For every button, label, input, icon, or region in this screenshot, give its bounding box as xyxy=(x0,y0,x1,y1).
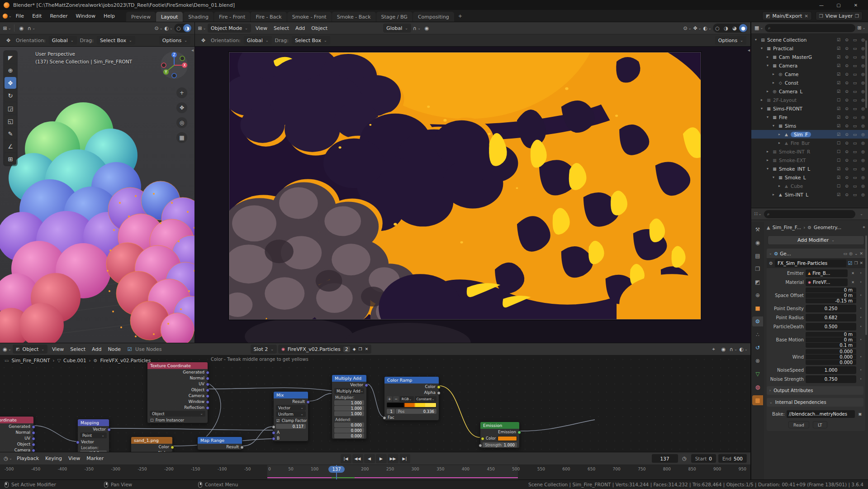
base-motion-x-field[interactable]: 0 m xyxy=(806,332,856,337)
unlink-icon[interactable]: ✕ xyxy=(859,261,863,265)
clock-icon[interactable]: ◷ xyxy=(680,454,689,463)
node-editor-menu[interactable]: Select xyxy=(67,345,89,354)
outliner-item[interactable]: ▾ ▦ Practical ☑ ⊙ ▭ ◎ xyxy=(751,44,868,53)
from-instancer-checkbox[interactable]: ☐From Instancer xyxy=(147,417,208,423)
node-header[interactable]: Mix xyxy=(274,392,308,398)
input-attribute-toggle-icon[interactable]: • xyxy=(858,338,863,342)
filter-icon[interactable]: ⊞⌄ xyxy=(857,24,866,33)
input-attribute-toggle-icon[interactable]: • xyxy=(858,325,863,329)
selectable-checkbox[interactable]: ☑ xyxy=(835,89,842,94)
node-image-texture[interactable]: sand_1.png Color Alpha xyxy=(131,436,173,452)
wireframe-shading-button[interactable]: ○ xyxy=(713,24,721,32)
properties-tab[interactable]: ▩ xyxy=(752,395,763,405)
disclosure-triangle-icon[interactable]: ▸ xyxy=(777,132,782,136)
mix-factor-mode-dropdown[interactable]: Uniform⌄ xyxy=(276,411,306,417)
space-offset-y-field[interactable]: 0 m xyxy=(806,293,856,298)
outliner-item[interactable]: ▾ ▦ Smoke_INT_L ☑ ⊙ ▭ ◎ xyxy=(751,164,868,173)
node-mix[interactable]: Mix Result Vector⌄ Uniform⌄ ☑Clamp Facto… xyxy=(273,391,308,441)
breadcrumb-item[interactable]: Sim_Fire_FRONT xyxy=(11,358,50,363)
hide-eye-icon[interactable]: ⊙ xyxy=(844,106,850,111)
editor-type-button[interactable]: ▦⌄ xyxy=(754,24,763,33)
properties-tab[interactable]: ⊗ xyxy=(752,356,763,366)
workspace-tab[interactable]: Fire - Back xyxy=(251,12,286,22)
start-frame-field[interactable]: Start0 xyxy=(691,454,716,463)
disable-viewport-icon[interactable]: ▭ xyxy=(852,89,858,94)
end-frame-field[interactable]: End500 xyxy=(718,454,747,463)
node-map-range[interactable]: Map Range Result xyxy=(197,436,242,450)
timeline-ruler[interactable]: -500-450-400-350-300-250-200-150-100-500… xyxy=(0,465,751,479)
particle-death-field[interactable]: 0.500 xyxy=(806,323,856,331)
pin-icon[interactable]: ⌖ xyxy=(863,225,865,230)
transport-button[interactable]: ◀ xyxy=(364,454,375,463)
emission-strength-field[interactable]: Strength 1.000 xyxy=(483,442,517,447)
wind-x-field[interactable]: 0.000 xyxy=(806,349,856,354)
emission-color-swatch[interactable] xyxy=(498,436,517,441)
scene-unlink-icon[interactable]: ✕ xyxy=(804,14,808,19)
overlays-toggle-icon[interactable]: ◐⌄ xyxy=(703,24,711,33)
new-material-icon[interactable]: ❐ xyxy=(359,347,362,351)
disable-viewport-icon[interactable]: ▭ xyxy=(852,106,858,111)
users-count-badge[interactable]: 2 xyxy=(343,346,350,352)
snap-magnet-icon[interactable]: ∩⌄ xyxy=(729,345,738,354)
disable-viewport-icon[interactable]: ▭ xyxy=(852,141,858,145)
viewport-tool-button[interactable]: ✎ xyxy=(5,128,16,139)
viewport-menu[interactable]: View xyxy=(252,24,270,33)
node-texture-coordinate[interactable]: Texture Coordinate Generated Normal UV O… xyxy=(0,416,34,452)
node-header[interactable]: Emission xyxy=(480,422,519,429)
disable-viewport-icon[interactable]: ▭ xyxy=(852,192,858,197)
mapping-type-dropdown[interactable]: Point⌄ xyxy=(80,432,107,438)
base-motion-z-field[interactable]: 0.1 m xyxy=(806,343,856,348)
properties-tab[interactable]: ◉ xyxy=(752,238,763,248)
modifier-enable-checkbox[interactable]: ☑ xyxy=(848,260,853,266)
editor-type-button[interactable]: ◷⌄ xyxy=(4,454,12,463)
disclosure-triangle-icon[interactable]: ▾ xyxy=(759,106,764,110)
space-offset-z-field[interactable]: -0.15 m xyxy=(806,298,856,303)
modifier-name-field[interactable]: FX_Sim_Fire-Particles xyxy=(775,259,846,267)
selectable-checkbox[interactable]: ☐ xyxy=(835,184,842,188)
topbar-menu[interactable]: Edit xyxy=(28,11,46,21)
material-preview-button[interactable]: ◕ xyxy=(730,24,739,32)
properties-tab[interactable]: ■ xyxy=(752,303,763,313)
orientation-dropdown[interactable]: Global⌄ xyxy=(244,36,272,45)
edit-mode-toggle-icon[interactable]: ▭ xyxy=(844,251,848,256)
disclosure-triangle-icon[interactable]: ▸ xyxy=(759,98,764,102)
hide-eye-icon[interactable]: ⊙ xyxy=(844,115,850,120)
multiplier-y-field[interactable]: 1.000 xyxy=(334,406,364,411)
noise-speed-field[interactable]: 1.000 xyxy=(806,366,856,374)
hide-eye-icon[interactable]: ⊙ xyxy=(844,89,850,94)
color-mode-dropdown[interactable]: RGB⌄ xyxy=(400,396,414,402)
mode-dropdown[interactable]: Object Mode⌄ xyxy=(208,24,251,33)
disable-viewport-icon[interactable]: ▭ xyxy=(852,158,858,163)
wind-z-field[interactable]: 0.000 xyxy=(806,360,856,365)
node-preview-icon[interactable]: ◉ xyxy=(719,345,728,354)
disable-viewport-icon[interactable]: ▭ xyxy=(852,124,858,128)
render-toggle-icon[interactable]: ◎ xyxy=(849,251,853,256)
workspace-tab[interactable]: Fire - Front xyxy=(214,12,250,22)
disable-viewport-icon[interactable]: ▭ xyxy=(852,55,858,59)
pin-icon[interactable]: ⌖ xyxy=(709,345,718,354)
wireframe-shading-button[interactable]: ○ xyxy=(175,24,183,32)
viewport-menu[interactable]: Select xyxy=(270,24,292,33)
disable-viewport-icon[interactable]: ▭ xyxy=(852,184,858,188)
outliner-item[interactable]: ▸ ◇ Const ☑ ⊙ ▭ ◎ xyxy=(751,78,868,87)
internal-dependencies-section[interactable]: ⌄ Internal Dependencies xyxy=(767,398,863,407)
disclosure-triangle-icon[interactable]: ▸ xyxy=(765,149,770,153)
breadcrumb-item[interactable]: FireVFX_v02.Particles xyxy=(100,358,151,363)
transport-button[interactable]: ▶▶ xyxy=(388,454,398,463)
input-attribute-toggle-icon[interactable]: • xyxy=(858,316,863,320)
editor-type-button[interactable]: ∷⌄ xyxy=(754,210,762,219)
properties-tab[interactable]: ◍ xyxy=(752,382,763,392)
disable-render-icon[interactable]: ◎ xyxy=(860,167,866,171)
stop-position-field[interactable]: Pos0.336 xyxy=(396,409,436,414)
selectable-checkbox[interactable]: ☑ xyxy=(835,124,842,128)
workspace-tab[interactable]: Smoke - Front xyxy=(287,12,332,22)
node-header[interactable]: Texture Coordinate xyxy=(147,362,208,369)
properties-search-input[interactable]: ⌕ xyxy=(764,210,855,218)
options-dropdown[interactable]: Options⌄ xyxy=(159,36,190,45)
outliner-search-input[interactable]: ⌕ xyxy=(765,24,855,32)
outliner-item[interactable]: ▾ ▤ Scene Collection ☑ ⊙ ▭ ◎ xyxy=(751,35,868,44)
viewport-tool-button[interactable]: ✥ xyxy=(5,77,16,89)
stop-index-field[interactable]: 1 xyxy=(387,409,395,414)
timeline-menu[interactable]: Playback xyxy=(14,454,42,463)
viewport-3d-rendered[interactable]: ◂ xyxy=(195,47,751,343)
